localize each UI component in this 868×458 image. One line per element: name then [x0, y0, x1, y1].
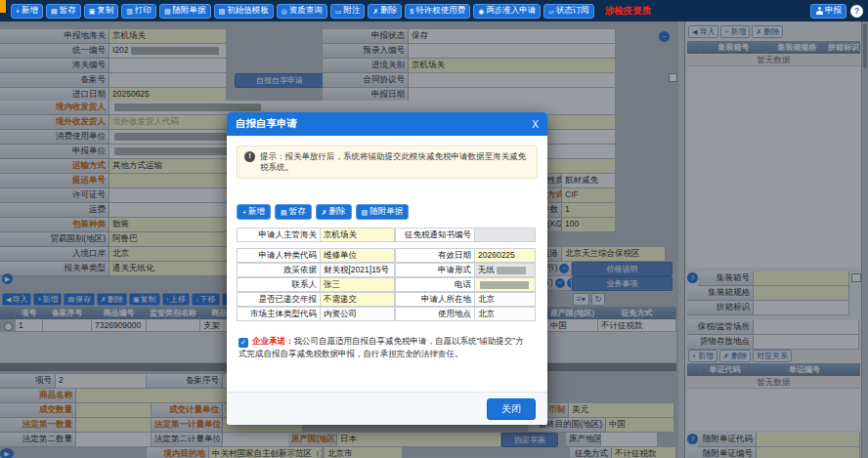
- form-row: 联系人张三电话: [237, 277, 536, 292]
- toolbar-button[interactable]: ▨初始值模板: [214, 4, 274, 19]
- field-value[interactable]: 财关税[2021]15号: [321, 263, 395, 277]
- button-icon: ◎: [282, 8, 287, 15]
- field-value[interactable]: 张三: [321, 277, 395, 292]
- button-icon: ▭: [335, 8, 342, 15]
- field-value[interactable]: 北京: [475, 307, 536, 321]
- dialog-form-main: 申请人种类代码维修单位有效日期20260225政策依据财关税[2021]15号申…: [237, 248, 536, 321]
- declare-button[interactable]: 申报: [810, 4, 846, 19]
- field-label: 申请人所在地: [395, 292, 475, 307]
- help-icon[interactable]: ?: [850, 5, 863, 18]
- form-row: 是否已递交年报不需递交申请人所在地北京: [237, 292, 536, 307]
- info-icon: !: [244, 151, 255, 162]
- field-value[interactable]: 京机场关: [321, 228, 395, 242]
- dialog-toolbar-button[interactable]: +新增: [237, 204, 271, 220]
- field-value[interactable]: 20260225: [475, 248, 536, 263]
- toolbar-button[interactable]: +新增: [11, 4, 43, 19]
- button-icon: ▣: [89, 8, 96, 15]
- dialog-footer: 关闭: [227, 392, 547, 425]
- corner-marker-icon: [0, 0, 6, 13]
- person-icon: [815, 7, 823, 15]
- tip-banner: ! 提示：报关单放行后，系统将辅助提交此模块减免税申请数据至海关减免税系统。: [237, 146, 538, 179]
- redacted-text: [497, 267, 526, 274]
- toolbar-button[interactable]: ◎资质查询: [277, 4, 327, 19]
- dialog-toolbar-button[interactable]: ✗删除: [316, 204, 352, 220]
- toolbar-button[interactable]: ▣复制: [84, 4, 119, 19]
- button-icon: ▧: [164, 8, 171, 15]
- tip-text: 提示：报关单放行后，系统将辅助提交此模块减免税申请数据至海关减免税系统。: [260, 151, 530, 173]
- dialog-toolbar: +新增▤暂存✗删除▧随附单据: [237, 204, 538, 220]
- toolbar-button[interactable]: ▥打印: [121, 4, 156, 19]
- button-icon: ◉: [478, 8, 484, 15]
- top-toolbar: +新增▤暂存▣复制▥打印▧随附单据▨初始值模板◎资质查询▭附注✗删除$特许权使用…: [0, 0, 868, 21]
- self-declare-dialog: 自报自享申请 X ! 提示：报关单放行后，系统将辅助提交此模块减免税申请数据至海…: [227, 112, 547, 425]
- toolbar-button[interactable]: ▭附注: [330, 4, 366, 19]
- button-icon: +: [242, 209, 246, 216]
- dialog-form-top: 申请人主管海关京机场关征免税通知书编号: [237, 228, 536, 242]
- button-icon: ▤: [51, 8, 58, 15]
- field-value[interactable]: [475, 277, 536, 292]
- field-label: 申请人种类代码: [237, 248, 321, 263]
- field-value[interactable]: 维修单位: [321, 248, 395, 263]
- field-label: 征免税通知书编号: [395, 228, 475, 242]
- field-label: 申请人主管海关: [237, 228, 321, 242]
- toolbar-button[interactable]: ▱状态订阅: [543, 4, 593, 19]
- button-icon: ▨: [219, 8, 226, 15]
- button-icon: ▧: [362, 209, 369, 216]
- form-row: 政策依据财关税[2021]15号申请形式无纸: [237, 263, 536, 277]
- button-icon: ▱: [548, 8, 553, 15]
- toolbar-button[interactable]: $特许权使用费: [405, 4, 470, 19]
- field-value[interactable]: 不需递交: [321, 292, 395, 307]
- field-label: 联系人: [237, 277, 321, 292]
- declare-button-label: 申报: [825, 5, 842, 17]
- field-value[interactable]: [475, 228, 536, 242]
- dialog-title: 自报自享申请: [236, 117, 297, 131]
- field-value[interactable]: 无纸: [475, 263, 536, 277]
- field-label: 申请形式: [395, 263, 475, 277]
- field-label: 市场主体类型代码: [237, 307, 321, 321]
- quarantine-flag: 涉检疫资质: [605, 5, 652, 18]
- toolbar-button[interactable]: ▤暂存: [46, 4, 81, 19]
- button-icon: ✗: [322, 209, 327, 216]
- promise-checkbox[interactable]: ✓: [239, 338, 248, 348]
- button-icon: ▥: [126, 8, 133, 15]
- close-icon[interactable]: X: [532, 119, 539, 130]
- redacted-text: [480, 281, 529, 289]
- form-row: 市场主体类型代码内资公司使用地点北京: [237, 307, 536, 321]
- promise-label: 企业承诺：: [252, 336, 294, 346]
- field-label: 使用地点: [395, 307, 475, 321]
- toolbar-button[interactable]: ◉两步准入申请: [473, 4, 541, 19]
- button-icon: ▤: [281, 209, 287, 216]
- toolbar-button[interactable]: ▧随附单据: [159, 4, 211, 19]
- dialog-toolbar-button[interactable]: ▧随附单据: [356, 204, 410, 220]
- field-label: 电话: [395, 277, 475, 292]
- field-label: 是否已递交年报: [237, 292, 321, 307]
- button-icon: $: [410, 8, 413, 15]
- form-row: 申请人种类代码维修单位有效日期20260225: [237, 248, 536, 263]
- button-icon: +: [16, 8, 20, 15]
- field-value[interactable]: 内资公司: [321, 307, 395, 321]
- close-button[interactable]: 关闭: [487, 398, 536, 420]
- field-label: 政策依据: [237, 263, 321, 277]
- promise-block: ✓企业承诺：我公司自愿适用自报自享减免税申请，自愿以系统“辅助提交”方式完成自报…: [239, 335, 532, 360]
- form-row: 申请人主管海关京机场关征免税通知书编号: [237, 228, 536, 242]
- toolbar-button-group: +新增▤暂存▣复制▥打印▧随附单据▨初始值模板◎资质查询▭附注✗删除$特许权使用…: [11, 4, 594, 19]
- toolbar-button[interactable]: ✗删除: [368, 4, 402, 19]
- field-value[interactable]: 北京: [475, 292, 536, 307]
- dialog-toolbar-button[interactable]: ▤暂存: [275, 204, 312, 220]
- field-label: 有效日期: [395, 248, 475, 263]
- dialog-titlebar: 自报自享申请 X: [227, 112, 547, 136]
- button-icon: ✗: [372, 8, 378, 15]
